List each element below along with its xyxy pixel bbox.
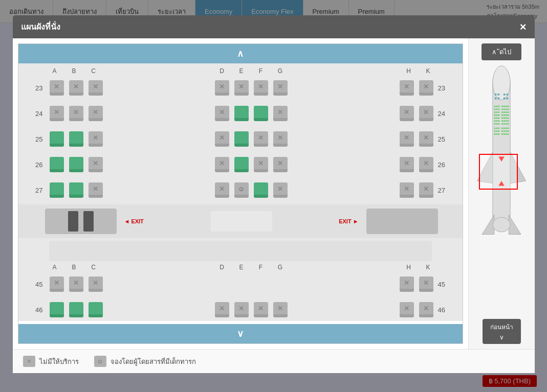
nav-up-button[interactable]: ∧ ัดไป: [482, 43, 521, 60]
svg-rect-7: [507, 94, 509, 96]
seat-map-area[interactable]: ∧ A B C: [13, 38, 468, 349]
seat-27B[interactable]: [67, 181, 86, 199]
seat-map-container: ∧ A B C: [18, 43, 463, 344]
seat-23A: ✕: [47, 79, 67, 97]
seat-24K: ✕: [417, 104, 436, 123]
col-header-A: A: [45, 67, 64, 75]
svg-rect-16: [504, 106, 505, 107]
seat-26H: ✕: [397, 155, 417, 174]
seat-25E[interactable]: [232, 130, 251, 148]
seat-26B[interactable]: [67, 155, 86, 174]
seat-27K: ✕: [417, 181, 436, 199]
col-header-K: K: [419, 67, 438, 75]
svg-rect-76: [496, 133, 498, 135]
seat-26E[interactable]: [232, 155, 251, 174]
svg-rect-70: [498, 130, 499, 132]
col-header2-A: A: [45, 264, 64, 271]
svg-rect-47: [494, 120, 496, 122]
seat-27H: ✕: [397, 181, 417, 199]
col-header2-H: H: [399, 264, 419, 271]
seat-25A[interactable]: [47, 130, 67, 148]
seat-26G: ✕: [271, 155, 290, 174]
legend-unavailable: ✕ ไม่มีให้บริการ: [23, 356, 79, 367]
svg-rect-74: [507, 130, 509, 132]
svg-rect-10: [504, 98, 506, 100]
svg-rect-15: [501, 106, 503, 107]
col-header2-G: G: [271, 264, 290, 271]
seat-46B[interactable]: [67, 301, 86, 319]
svg-rect-18: [507, 106, 509, 107]
svg-rect-75: [494, 133, 496, 135]
svg-rect-46: [507, 118, 509, 119]
seat-25H: ✕: [397, 130, 417, 148]
table-row: 46✕✕✕✕✕✕46: [18, 298, 463, 321]
svg-rect-9: [497, 98, 499, 100]
seat-24F[interactable]: [251, 104, 271, 123]
svg-rect-42: [498, 118, 499, 119]
col-header2-K: K: [419, 264, 438, 271]
svg-rect-44: [504, 118, 505, 119]
seat-map-modal: แผนผังที่นั่ง × ∧: [13, 15, 535, 373]
seat-23F: ✕: [251, 79, 271, 97]
svg-rect-73: [506, 130, 507, 132]
seat-46H: ✕: [397, 301, 417, 319]
seat-24H: ✕: [397, 104, 417, 123]
nav-down-button[interactable]: ก่อนหน้า ∨: [483, 319, 521, 344]
seat-45H: ✕: [397, 275, 417, 293]
col-header2-C: C: [84, 264, 103, 271]
svg-rect-12: [494, 106, 496, 107]
svg-rect-62: [496, 128, 498, 129]
svg-rect-67: [507, 128, 509, 129]
svg-rect-53: [507, 120, 509, 122]
scroll-down-button[interactable]: ∨: [18, 324, 463, 343]
svg-rect-29: [501, 111, 503, 113]
svg-rect-26: [494, 111, 496, 113]
seat-26A[interactable]: [47, 155, 67, 174]
modal-overlay: แผนผังที่นั่ง × ∧: [0, 0, 547, 392]
col-header-D: D: [212, 67, 232, 75]
seat-27D: ✕: [212, 181, 232, 199]
table-row: 26✕✕✕✕✕✕26: [18, 153, 463, 176]
rows-section2: 45✕✕✕✕✕4546✕✕✕✕✕✕46: [18, 273, 463, 321]
svg-rect-31: [506, 111, 507, 113]
col-header2-D: D: [212, 264, 232, 271]
seat-46C[interactable]: [86, 301, 105, 319]
seat-24E[interactable]: [232, 104, 251, 123]
scroll-up-button[interactable]: ∧: [18, 44, 463, 63]
table-row: 23✕✕✕✕✕✕✕✕✕23: [18, 77, 463, 99]
col-header-C: C: [84, 67, 103, 75]
svg-rect-50: [501, 120, 503, 122]
seat-27E[interactable]: ☺: [232, 181, 251, 199]
modal-title: แผนผังที่นั่ง: [21, 20, 60, 33]
svg-rect-54: [494, 123, 496, 125]
svg-rect-14: [498, 106, 499, 107]
svg-rect-1: [493, 83, 510, 224]
seat-25F: ✕: [251, 130, 271, 148]
seat-25B[interactable]: [67, 130, 86, 148]
col-header2-F: F: [251, 264, 271, 271]
svg-rect-25: [507, 108, 509, 110]
svg-rect-19: [494, 108, 496, 110]
svg-rect-37: [504, 114, 505, 116]
modal-body: ∧ A B C: [13, 38, 535, 349]
seat-46A[interactable]: [47, 301, 67, 319]
seat-27A[interactable]: [47, 181, 67, 199]
close-button[interactable]: ×: [520, 21, 527, 33]
svg-rect-27: [496, 111, 498, 113]
svg-rect-72: [504, 130, 505, 132]
seat-46G: ✕: [271, 301, 290, 319]
svg-rect-48: [496, 120, 498, 122]
svg-rect-43: [501, 118, 503, 119]
svg-rect-77: [498, 133, 499, 135]
seat-27F[interactable]: [251, 181, 271, 199]
svg-rect-22: [501, 108, 503, 110]
svg-rect-66: [506, 128, 507, 129]
svg-rect-8: [495, 98, 497, 100]
svg-rect-40: [494, 118, 496, 119]
svg-rect-56: [498, 123, 499, 125]
col-header-E: E: [232, 67, 251, 75]
svg-rect-36: [501, 114, 503, 116]
svg-rect-4: [495, 94, 497, 96]
svg-rect-52: [506, 120, 507, 122]
table-row: 45✕✕✕✕✕45: [18, 273, 463, 295]
